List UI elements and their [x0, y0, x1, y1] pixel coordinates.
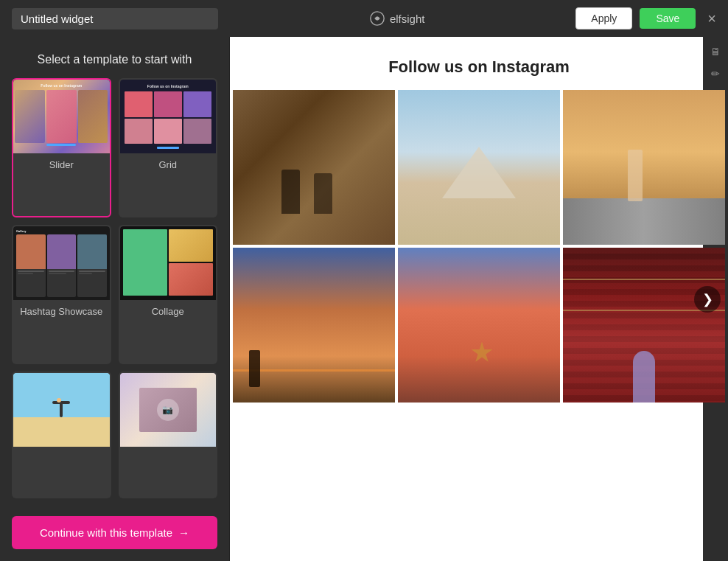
template-t5[interactable] — [12, 372, 111, 498]
grid-thumb-title: Follow us on Instagram — [125, 84, 212, 88]
grid-cell — [125, 91, 153, 117]
hashtag-thumb-title: Gallery — [16, 229, 107, 233]
hashtag-card — [47, 234, 77, 297]
sidebar-heading: Select a template to start with — [0, 37, 229, 78]
app-header: elfsight Apply Save × — [0, 0, 728, 37]
hashtag-card-img — [77, 234, 107, 269]
collage-label: Collage — [152, 306, 184, 318]
grid-label: Grid — [158, 159, 177, 172]
collage-thumb — [120, 226, 217, 300]
template-sidebar: Select a template to start with Follow u… — [0, 37, 230, 561]
collage-cell — [169, 229, 213, 262]
photo-cell-3: 📷 — [563, 90, 725, 245]
slider-thumb-visual: Follow us on Instagram — [13, 80, 110, 153]
preview-title: Follow us on Instagram — [388, 37, 570, 90]
hashtag-thumb: Gallery — [13, 226, 110, 300]
t5-thumb-visual — [13, 373, 110, 447]
grid-cell — [183, 91, 211, 117]
hashtag-card-img — [16, 234, 46, 269]
grid-thumb-visual: Follow us on Instagram — [120, 80, 217, 153]
apply-button[interactable]: Apply — [575, 7, 632, 29]
collage-thumb-visual — [120, 226, 217, 300]
template-hashtag[interactable]: Gallery — [12, 225, 111, 364]
preview-area: 🖥 ✏ Follow us on Instagram 📷 — [230, 37, 728, 561]
template-grid-item[interactable]: Follow us on Instagram — [119, 78, 218, 217]
slider-thumb: Follow us on Instagram — [13, 80, 110, 153]
template-grid: Follow us on Instagram Slider Foll — [0, 78, 229, 506]
t5-thumb — [13, 373, 110, 447]
header-actions: Apply Save × — [575, 7, 716, 29]
save-button[interactable]: Save — [640, 8, 696, 29]
slider-label: Slider — [49, 159, 74, 172]
collage-cell — [123, 229, 167, 296]
photo-grid: 📷 📷 — [230, 90, 728, 403]
close-button[interactable]: × — [707, 10, 716, 27]
preview-content: 🖥 ✏ Follow us on Instagram 📷 — [230, 37, 728, 561]
photo-cell-4 — [233, 248, 395, 403]
widget-title-input[interactable] — [12, 8, 218, 29]
photo-cell-5: 📷 — [398, 248, 560, 403]
grid-cell — [125, 119, 153, 144]
continue-label: Continue with this template — [40, 526, 172, 539]
grid-row-1 — [125, 91, 212, 117]
hashtag-label: Hashtag Showcase — [20, 306, 102, 318]
monitor-icon[interactable]: 🖥 — [707, 43, 724, 60]
sidebar-footer: Continue with this template → — [0, 506, 229, 561]
t6-thumb: 📷 — [120, 373, 217, 447]
logo-icon — [369, 10, 385, 27]
elfsight-logo: elfsight — [369, 10, 425, 27]
slider-indicator — [46, 144, 76, 146]
hashtag-thumb-visual: Gallery — [13, 226, 110, 300]
logo-text: elfsight — [390, 13, 425, 25]
next-arrow-button[interactable]: ❯ — [694, 286, 721, 313]
photo-cell-1 — [233, 90, 395, 245]
continue-arrow: → — [178, 526, 189, 539]
hashtag-card — [16, 234, 46, 297]
palette-icon[interactable]: ✏ — [708, 65, 723, 83]
hashtag-card-img — [47, 234, 77, 269]
t6-thumb-visual: 📷 — [120, 373, 217, 447]
continue-button[interactable]: Continue with this template → — [12, 516, 217, 549]
collage-cell — [169, 263, 213, 296]
grid-row-2 — [125, 119, 212, 144]
grid-bar — [157, 147, 179, 149]
photo-cell-2: 📷 — [398, 90, 560, 245]
hashtag-card — [77, 234, 107, 297]
hashtag-cards — [16, 234, 107, 297]
template-slider[interactable]: Follow us on Instagram Slider — [12, 78, 111, 217]
grid-cell — [154, 91, 182, 117]
slider-thumb-title: Follow us on Instagram — [41, 83, 82, 88]
main-layout: Select a template to start with Follow u… — [0, 37, 728, 561]
grid-thumb: Follow us on Instagram — [120, 80, 217, 153]
grid-cell — [183, 119, 211, 144]
template-collage[interactable]: Collage — [119, 225, 218, 364]
grid-cell — [154, 119, 182, 144]
photo-cell-6 — [563, 248, 725, 403]
template-t6[interactable]: 📷 — [119, 372, 218, 498]
